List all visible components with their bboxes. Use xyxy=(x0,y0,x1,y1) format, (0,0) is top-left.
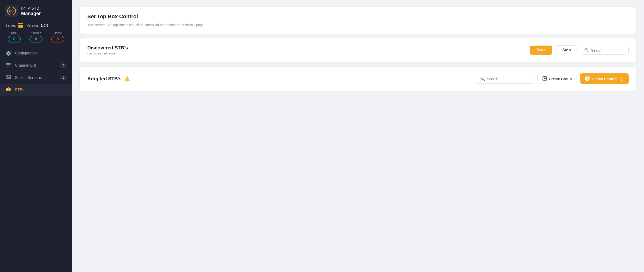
splash-screens-badge: 0 xyxy=(60,76,67,80)
stop-button[interactable]: Stop xyxy=(556,45,577,55)
page-title: Set Top Box Control xyxy=(87,14,629,20)
create-group-label: Create Group xyxy=(549,77,572,81)
stbs-icon xyxy=(5,87,12,93)
server-db-icon xyxy=(18,23,23,28)
logo-icon: CT xyxy=(7,6,16,16)
server-row: Server: Version: 1.0.5 xyxy=(0,22,72,30)
discovered-search-icon: 🔍 xyxy=(584,48,589,52)
discovered-label: Disc. xyxy=(11,32,18,35)
adopted-header: Adopted STB's ⚠️ 🔍 Create Group xyxy=(87,74,629,84)
discovered-counter: Disc. 0 xyxy=(8,32,21,42)
stbs-label: STBs xyxy=(15,88,67,92)
app-title-bottom: Manager xyxy=(21,11,41,16)
svg-rect-2 xyxy=(6,63,10,64)
server-label: Server: xyxy=(5,24,16,27)
offline-counter: Offline 0 xyxy=(51,32,64,42)
more-options-icon[interactable]: ⋮ xyxy=(619,76,624,82)
logo: CT xyxy=(5,5,18,17)
configuration-label: Configuration xyxy=(15,51,67,56)
svg-point-9 xyxy=(9,89,10,90)
channel-list-icon xyxy=(5,62,12,68)
configuration-icon: ⚙️ xyxy=(5,50,12,56)
splash-screens-icon xyxy=(5,74,12,80)
app-title: IPTV STB Manager xyxy=(21,6,41,16)
offline-badge: 0 xyxy=(51,36,64,42)
main-content: Set Top Box Control The ZeeVee Set Top B… xyxy=(72,0,644,272)
adopted-label: Adopted xyxy=(31,32,42,35)
adopted-search-box: 🔍 xyxy=(476,74,534,84)
adopted-stbs-card: Adopted STB's ⚠️ 🔍 Create Group xyxy=(80,67,636,91)
global-control-label: Global Control xyxy=(592,77,617,81)
channel-list-label: Channel List xyxy=(15,63,57,68)
sidebar-header: CT IPTV STB Manager xyxy=(0,0,72,22)
scan-button[interactable]: Scan xyxy=(530,46,552,55)
svg-rect-8 xyxy=(6,88,8,90)
adopted-counter: Adopted 0 xyxy=(30,32,42,42)
adopted-badge: 0 xyxy=(30,36,42,42)
version-value: 1.0.5 xyxy=(41,24,48,27)
discovered-search-box: 🔍 xyxy=(581,46,629,55)
sidebar-item-splash-screens[interactable]: Splash Screens 0 xyxy=(0,72,72,84)
offline-label: Offline xyxy=(54,32,62,35)
discovered-stbs-card: Discovered STB's Last scan: unknown Scan… xyxy=(80,38,636,62)
sidebar-item-channel-list[interactable]: Channel List 0 xyxy=(0,59,72,72)
discovered-badge: 0 xyxy=(8,36,21,42)
sidebar: CT IPTV STB Manager Server: Version: 1.0… xyxy=(0,0,72,272)
svg-rect-4 xyxy=(6,66,10,66)
adopted-title-block: Adopted STB's ⚠️ xyxy=(87,76,473,82)
svg-rect-3 xyxy=(6,64,10,65)
sidebar-item-stbs[interactable]: STBs xyxy=(0,84,72,96)
version-label: Version: xyxy=(27,24,39,27)
adopted-search-icon: 🔍 xyxy=(480,76,485,81)
discovered-header: Discovered STB's Last scan: unknown Scan… xyxy=(87,45,629,55)
counters-row: Disc. 0 Adopted 0 Offline 0 xyxy=(0,30,72,46)
create-group-button[interactable]: Create Group xyxy=(538,74,577,84)
sidebar-nav: ⚙️ Configuration Channel List 0 xyxy=(0,47,72,96)
warning-icon: ⚠️ xyxy=(124,76,130,82)
svg-point-6 xyxy=(8,76,8,77)
page-description: The ZeeVee Set Top Boxes can all be cont… xyxy=(87,23,629,27)
global-control-icon xyxy=(585,76,590,82)
global-control-button[interactable]: Global Control ⋮ xyxy=(580,74,629,84)
sidebar-item-configuration[interactable]: ⚙️ Configuration xyxy=(0,47,72,59)
app-title-top: IPTV STB xyxy=(21,6,41,11)
discovered-search-input[interactable] xyxy=(591,48,624,52)
splash-screens-label: Splash Screens xyxy=(15,76,57,80)
discovered-title: Discovered STB's xyxy=(87,45,526,50)
discovered-subtitle: Last scan: unknown xyxy=(87,52,526,55)
channel-list-badge: 0 xyxy=(60,63,67,68)
adopted-search-input[interactable] xyxy=(487,77,530,81)
create-group-icon xyxy=(542,76,547,81)
page-header-card: Set Top Box Control The ZeeVee Set Top B… xyxy=(80,7,636,34)
discovered-title-block: Discovered STB's Last scan: unknown xyxy=(87,45,526,55)
adopted-title: Adopted STB's xyxy=(87,76,122,82)
svg-text:CT: CT xyxy=(9,9,14,13)
svg-rect-10 xyxy=(8,87,9,88)
